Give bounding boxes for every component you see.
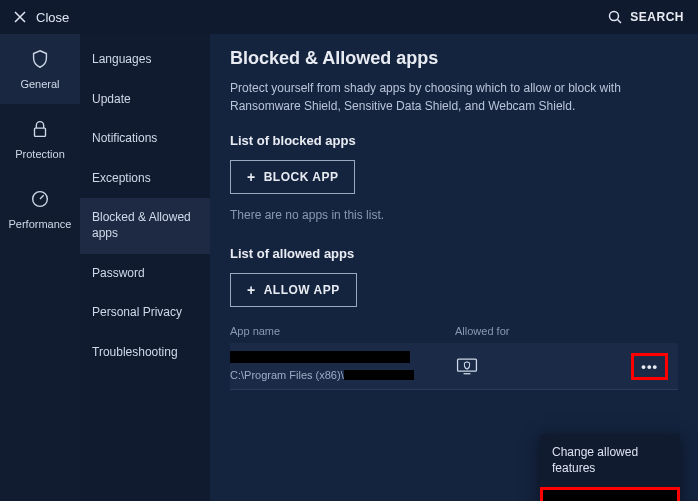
page-title: Blocked & Allowed apps xyxy=(230,48,678,69)
menu-item-change-features[interactable]: Change allowed features xyxy=(540,434,680,487)
block-app-label: BLOCK APP xyxy=(264,170,339,184)
row-more-button[interactable]: ••• xyxy=(631,353,668,380)
subnav-item-troubleshooting[interactable]: Troubleshooting xyxy=(80,333,210,373)
allow-app-label: ALLOW APP xyxy=(264,283,340,297)
blocked-empty-message: There are no apps in this list. xyxy=(230,208,678,222)
rail-label: Performance xyxy=(9,218,72,230)
close-label: Close xyxy=(36,10,69,25)
column-allowed-for: Allowed for xyxy=(455,325,678,337)
svg-rect-1 xyxy=(35,128,46,136)
close-icon xyxy=(14,11,26,23)
allowed-table-header: App name Allowed for xyxy=(230,325,678,343)
rail-item-protection[interactable]: Protection xyxy=(0,104,80,174)
allowed-heading: List of allowed apps xyxy=(230,246,678,261)
search-button[interactable]: SEARCH xyxy=(608,10,684,24)
settings-subnav: Languages Update Notifications Exception… xyxy=(80,34,210,501)
app-name-redacted xyxy=(230,351,410,363)
page-description: Protect yourself from shady apps by choo… xyxy=(230,79,660,115)
gauge-icon xyxy=(29,188,51,212)
subnav-item-personal-privacy[interactable]: Personal Privacy xyxy=(80,293,210,333)
search-label: SEARCH xyxy=(630,10,684,24)
rail-label: Protection xyxy=(15,148,65,160)
close-button[interactable]: Close xyxy=(14,10,69,25)
subnav-item-update[interactable]: Update xyxy=(80,80,210,120)
lock-icon xyxy=(29,118,51,142)
shield-icon xyxy=(29,48,51,72)
search-icon xyxy=(608,10,622,24)
subnav-item-exceptions[interactable]: Exceptions xyxy=(80,159,210,199)
subnav-item-password[interactable]: Password xyxy=(80,254,210,294)
primary-rail: General Protection Performance xyxy=(0,34,80,501)
subnav-item-blocked-allowed[interactable]: Blocked & Allowed apps xyxy=(80,198,210,253)
blocked-heading: List of blocked apps xyxy=(230,133,678,148)
block-app-button[interactable]: + BLOCK APP xyxy=(230,160,355,194)
svg-point-0 xyxy=(610,12,619,21)
rail-item-general[interactable]: General xyxy=(0,34,80,104)
plus-icon: + xyxy=(247,283,256,297)
allowed-app-row[interactable]: C:\Program Files (x86)\ ••• xyxy=(230,343,678,390)
row-context-menu: Change allowed features Remove xyxy=(540,434,680,501)
allow-app-button[interactable]: + ALLOW APP xyxy=(230,273,357,307)
plus-icon: + xyxy=(247,170,256,184)
app-path-prefix: C:\Program Files (x86)\ xyxy=(230,369,344,381)
menu-item-remove[interactable]: Remove xyxy=(540,487,680,501)
rail-label: General xyxy=(20,78,59,90)
column-app-name: App name xyxy=(230,325,455,337)
subnav-item-notifications[interactable]: Notifications xyxy=(80,119,210,159)
allowed-for-icons xyxy=(455,356,479,376)
app-path-redacted xyxy=(344,370,414,380)
subnav-item-languages[interactable]: Languages xyxy=(80,40,210,80)
main-content: Blocked & Allowed apps Protect yourself … xyxy=(210,34,698,501)
rail-item-performance[interactable]: Performance xyxy=(0,174,80,244)
